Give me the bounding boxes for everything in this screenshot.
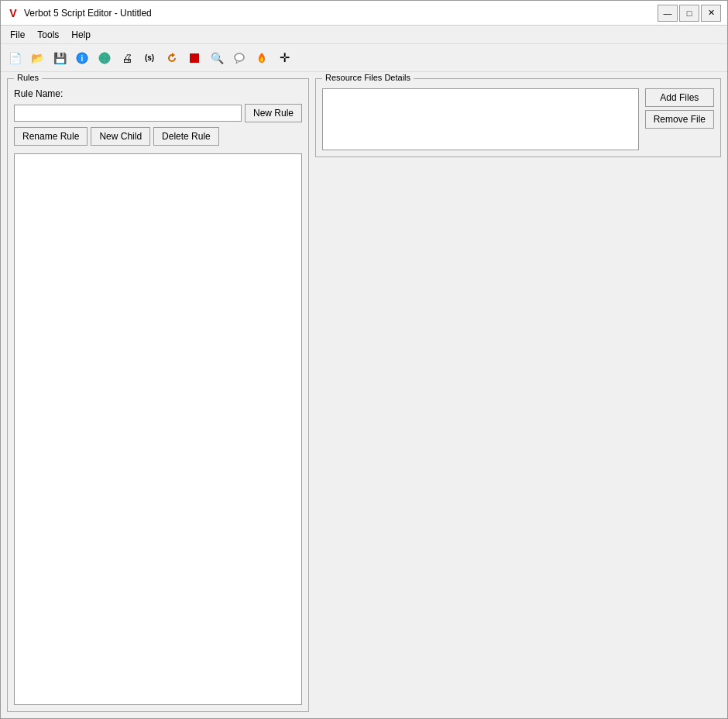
info-button[interactable]: i xyxy=(71,47,93,69)
menu-bar: File Tools Help xyxy=(1,26,727,44)
remove-file-button[interactable]: Remove File xyxy=(645,110,714,129)
svg-rect-5 xyxy=(190,53,199,63)
rules-panel: Rules Rule Name: New Rule Rename Rule Ne… xyxy=(7,78,309,712)
stop-button[interactable] xyxy=(184,47,205,69)
s-button[interactable]: (s) xyxy=(139,47,160,69)
svg-point-6 xyxy=(235,53,244,61)
app-icon: V xyxy=(7,7,19,19)
new-child-button[interactable]: New Child xyxy=(91,127,150,146)
search-button[interactable]: 🔍 xyxy=(206,47,228,69)
chat-button[interactable] xyxy=(228,47,250,69)
main-window: V Verbot 5 Script Editor - Untitled — □ … xyxy=(0,0,728,719)
resource-panel-inner: Add Files Remove File xyxy=(322,88,714,150)
resource-files-list[interactable] xyxy=(322,88,639,150)
title-bar: V Verbot 5 Script Editor - Untitled — □ … xyxy=(1,1,727,26)
open-file-button[interactable]: 📂 xyxy=(26,47,48,69)
rule-name-input[interactable] xyxy=(14,105,242,122)
save-file-button[interactable]: 💾 xyxy=(49,47,70,69)
rules-list[interactable] xyxy=(14,153,302,705)
add-files-button[interactable]: Add Files xyxy=(645,88,714,107)
svg-text:i: i xyxy=(81,54,84,63)
svg-marker-7 xyxy=(236,60,239,64)
rule-buttons-row: Rename Rule New Child Delete Rule xyxy=(14,127,302,146)
print-button[interactable]: 🖨 xyxy=(116,47,138,69)
rule-name-label: Rule Name: xyxy=(14,88,63,99)
rules-panel-title: Rules xyxy=(14,73,42,82)
window-controls: — □ ✕ xyxy=(658,5,721,22)
minimize-button[interactable]: — xyxy=(658,5,678,22)
resource-buttons: Add Files Remove File xyxy=(645,88,714,129)
fire-button[interactable] xyxy=(251,47,273,69)
toolbar: 📄 📂 💾 i 🖨 (s) 🔍 ✛ xyxy=(1,44,727,72)
refresh-button[interactable] xyxy=(161,47,183,69)
globe-button[interactable] xyxy=(94,47,115,69)
move-button[interactable]: ✛ xyxy=(273,47,295,69)
menu-file[interactable]: File xyxy=(4,28,31,42)
main-content: Rules Rule Name: New Rule Rename Rule Ne… xyxy=(1,72,727,718)
resource-panel-title: Resource Files Details xyxy=(322,73,414,82)
rule-name-row: Rule Name: xyxy=(14,88,302,99)
rename-rule-button[interactable]: Rename Rule xyxy=(14,127,88,146)
new-rule-button[interactable]: New Rule xyxy=(245,104,302,122)
rule-name-input-row: New Rule xyxy=(14,104,302,122)
new-file-button[interactable]: 📄 xyxy=(4,47,26,69)
window-title: Verbot 5 Script Editor - Untitled xyxy=(24,8,658,19)
menu-tools[interactable]: Tools xyxy=(31,28,65,42)
resource-panel: Resource Files Details Add Files Remove … xyxy=(315,78,721,157)
close-button[interactable]: ✕ xyxy=(701,5,721,22)
delete-rule-button[interactable]: Delete Rule xyxy=(153,127,219,146)
menu-help[interactable]: Help xyxy=(65,28,97,42)
maximize-button[interactable]: □ xyxy=(679,5,699,22)
